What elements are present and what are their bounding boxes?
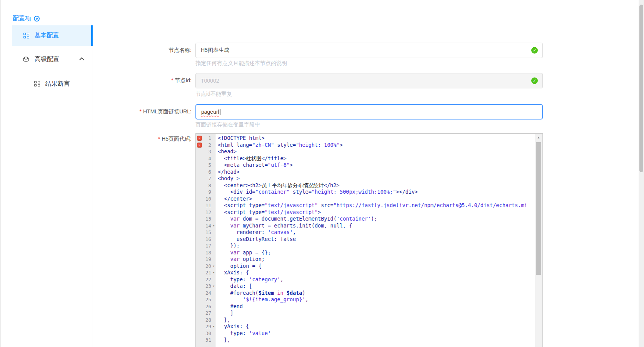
code-line[interactable]: 23▾ data: [ bbox=[196, 283, 542, 290]
code-line[interactable]: 7<body > bbox=[196, 175, 542, 182]
page-scrollbar[interactable] bbox=[639, 0, 644, 347]
sidebar-item-advanced-config[interactable]: 高级配置 bbox=[12, 51, 93, 68]
chevron-up-icon[interactable] bbox=[79, 57, 84, 62]
code-line[interactable]: 15 renderer: 'canvas', bbox=[196, 229, 542, 236]
editor-scrollbar-thumb[interactable] bbox=[536, 142, 541, 275]
sidebar-item-result-assert[interactable]: 结果断言 bbox=[12, 75, 93, 92]
node-id-help: 节点id不能重复 bbox=[195, 91, 232, 98]
code-line[interactable]: 17 }); bbox=[196, 242, 542, 249]
line-number: 22 bbox=[196, 276, 215, 283]
line-number: 24 bbox=[196, 290, 215, 297]
cube-icon bbox=[23, 56, 29, 63]
code-line[interactable]: 6</head> bbox=[196, 169, 542, 176]
line-number: 8 bbox=[196, 182, 215, 189]
app-window: 配置项 基本配置 高级配置 结果断言 节点名称: H5图表生成 ✓ 指定任何有意… bbox=[0, 0, 644, 347]
line-number: 20▾ bbox=[196, 263, 215, 270]
code-line[interactable]: 25 '$!{item.age_group}', bbox=[196, 296, 542, 303]
code-line[interactable]: 28 }, bbox=[196, 317, 542, 324]
sidebar-title: 配置项 bbox=[13, 15, 40, 23]
node-id-input[interactable]: T00002 ✓ bbox=[195, 73, 543, 88]
code-line[interactable]: 29▾ yAxis: { bbox=[196, 323, 542, 330]
line-number: 10 bbox=[196, 196, 215, 203]
fold-toggle-icon[interactable]: ▾ bbox=[211, 323, 215, 330]
node-id-label: *节点Id: bbox=[93, 77, 192, 84]
sidebar-item-label: 基本配置 bbox=[35, 32, 59, 40]
sidebar-title-label: 配置项 bbox=[13, 15, 31, 23]
code-lines: ✕1<!DOCTYPE html>✕2<html lang="zh-CN" st… bbox=[196, 135, 542, 344]
line-number: 3 bbox=[196, 148, 215, 155]
code-line[interactable]: ✕1<!DOCTYPE html> bbox=[196, 135, 542, 142]
grid-icon bbox=[23, 33, 29, 38]
code-line[interactable]: 21▾ xAxis: { bbox=[196, 269, 542, 276]
target-icon bbox=[34, 16, 40, 22]
code-line[interactable]: 14▾ var myChart = echarts.init(dom, null… bbox=[196, 222, 542, 229]
code-line[interactable]: 13 var dom = document.getElementById('co… bbox=[196, 216, 542, 222]
required-mark: * bbox=[158, 136, 160, 142]
code-line[interactable]: 24 #foreach($item in $data) bbox=[196, 290, 542, 297]
check-circle-icon: ✓ bbox=[531, 47, 538, 54]
line-number: 6 bbox=[196, 169, 215, 176]
code-line[interactable]: 18 var app = {}; bbox=[196, 249, 542, 256]
code-line[interactable]: 8 <center><h2>员工平均年龄分布情况统计</h2> bbox=[196, 182, 542, 189]
code-line[interactable]: 4 <title>柱状图</title> bbox=[196, 155, 542, 162]
required-mark: * bbox=[171, 77, 173, 83]
code-line[interactable]: 19 var option; bbox=[196, 256, 542, 263]
node-id-value: T00002 bbox=[201, 78, 219, 84]
check-circle-icon: ✓ bbox=[531, 78, 538, 84]
line-number: 19 bbox=[196, 256, 215, 263]
sidebar-item-label: 高级配置 bbox=[35, 55, 59, 63]
page-url-value: pageurl bbox=[201, 109, 219, 115]
code-line[interactable]: 26 #end bbox=[196, 303, 542, 310]
code-line[interactable]: 30 type: 'value' bbox=[196, 330, 542, 337]
required-mark: * bbox=[140, 108, 142, 115]
node-name-help: 指定任何有意义且能描述本节点的说明 bbox=[195, 60, 287, 67]
code-line[interactable]: 20▾ option = { bbox=[196, 263, 542, 270]
node-name-input[interactable]: H5图表生成 ✓ bbox=[195, 43, 543, 58]
line-number: 23▾ bbox=[196, 283, 215, 290]
scroll-up-icon[interactable]: ▲ bbox=[535, 136, 542, 139]
code-line[interactable]: 16 useDirtyRect: false bbox=[196, 236, 542, 243]
line-number: 26 bbox=[196, 303, 215, 310]
node-name-label: 节点名称: bbox=[93, 47, 192, 54]
code-line[interactable]: 9 <div id="container" style="height: 500… bbox=[196, 189, 542, 196]
line-number: 17 bbox=[196, 242, 215, 249]
fold-toggle-icon[interactable]: ▾ bbox=[211, 222, 215, 229]
line-number: 27 bbox=[196, 310, 215, 317]
line-number: 16 bbox=[196, 236, 215, 243]
line-number: 29▾ bbox=[196, 323, 215, 330]
code-line[interactable]: 10 </center> bbox=[196, 196, 542, 203]
line-number: 12 bbox=[196, 209, 215, 216]
code-editor[interactable]: ✕1<!DOCTYPE html>✕2<html lang="zh-CN" st… bbox=[195, 133, 543, 347]
line-number: 7 bbox=[196, 175, 215, 182]
fold-toggle-icon[interactable]: ▾ bbox=[211, 263, 215, 270]
sidebar-item-basic-config[interactable]: 基本配置 bbox=[12, 25, 93, 46]
code-line[interactable]: 12 <script type="text/javascript"> bbox=[196, 209, 542, 216]
code-line[interactable]: 31 }, bbox=[196, 337, 542, 344]
code-line[interactable]: ✕2<html lang="zh-CN" style="height: 100%… bbox=[196, 142, 542, 149]
fold-toggle-icon[interactable]: ▾ bbox=[211, 269, 215, 276]
text-cursor bbox=[220, 109, 220, 115]
line-number: 15 bbox=[196, 229, 215, 236]
page-scrollbar-thumb[interactable] bbox=[639, 5, 643, 172]
code-line[interactable]: 27 ] bbox=[196, 310, 542, 317]
line-number: 4 bbox=[196, 155, 215, 162]
line-number: 21▾ bbox=[196, 269, 215, 276]
sidebar-divider bbox=[92, 25, 92, 347]
code-line[interactable]: 3<head> bbox=[196, 148, 542, 155]
page-url-input[interactable]: pageurl bbox=[195, 104, 543, 120]
line-number: 31 bbox=[196, 337, 215, 344]
page-url-help: 页面链接存储在变量字段中 bbox=[195, 121, 260, 128]
line-number: 25 bbox=[196, 296, 215, 303]
fold-toggle-icon[interactable]: ▾ bbox=[211, 283, 215, 290]
line-number: 5 bbox=[196, 162, 215, 169]
code-line[interactable]: 22 type: 'category', bbox=[196, 276, 542, 283]
page-code-label: *H5页面代码: bbox=[93, 136, 192, 143]
code-line[interactable]: 11 <script type="text/javascript" src="h… bbox=[196, 202, 542, 209]
code-line[interactable]: 5 <meta charset="utf-8"> bbox=[196, 162, 542, 169]
line-number: 30 bbox=[196, 330, 215, 337]
line-number: 11 bbox=[196, 202, 215, 209]
editor-scrollbar[interactable]: ▲ bbox=[535, 134, 542, 347]
page-url-label: *HTML页面链接URL: bbox=[93, 108, 192, 115]
line-number: 9 bbox=[196, 189, 215, 196]
sidebar-item-label: 结果断言 bbox=[45, 80, 70, 88]
